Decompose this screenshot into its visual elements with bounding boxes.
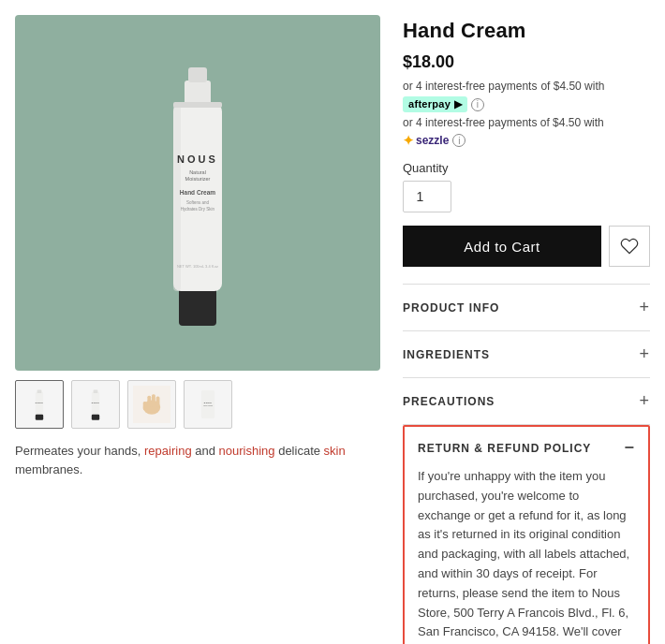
accordion-precautions-label: PRECAUTIONS <box>403 395 495 408</box>
svg-rect-2 <box>173 104 181 291</box>
accordion-precautions-header[interactable]: PRECAUTIONS + <box>403 378 650 424</box>
caption-highlight-nourishing: nourishing <box>219 444 275 458</box>
sezzle-badge: ✦ sezzle <box>403 133 449 148</box>
add-to-cart-button[interactable]: Add to Cart <box>403 226 601 267</box>
sezzle-text: or 4 interest-free payments of $4.50 wit… <box>403 116 604 129</box>
svg-text:Hand Cream: Hand Cream <box>180 189 216 196</box>
svg-text:NOUS: NOUS <box>177 154 218 165</box>
refund-content: If you're unhappy with the item you purc… <box>418 467 635 644</box>
caption-highlight-skin: skin <box>324 444 346 458</box>
afterpay-text1: or 4 interest-free payments <box>403 80 537 93</box>
thumbnail-4[interactable]: NOUS Hand Cream <box>184 380 232 429</box>
afterpay-badge: afterpay ▶ <box>403 96 467 112</box>
svg-rect-26 <box>156 397 160 408</box>
accordion-refund: RETURN & REFUND POLICY − If you're unhap… <box>403 424 650 644</box>
quantity-label: Quantity <box>403 161 650 175</box>
thumbnail-list: NOUS NOUS <box>15 380 380 429</box>
svg-text:NOUS: NOUS <box>36 402 43 403</box>
svg-text:Natural: Natural <box>189 169 206 175</box>
add-to-cart-row: Add to Cart <box>403 226 650 267</box>
svg-rect-14 <box>36 392 43 417</box>
refund-collapse-icon: − <box>624 438 635 458</box>
product-title: Hand Cream <box>403 19 650 43</box>
product-price: $18.00 <box>403 52 650 72</box>
sezzle-info: or 4 interest-free payments of $4.50 wit… <box>403 116 650 148</box>
right-column: Hand Cream $18.00 or 4 interest-free pay… <box>403 15 650 644</box>
svg-text:Moisturizer: Moisturizer <box>185 176 211 182</box>
accordion-ingredients-label: INGREDIENTS <box>403 348 490 361</box>
svg-rect-25 <box>152 394 155 407</box>
svg-text:NOUS: NOUS <box>204 402 212 403</box>
caption-highlight-repairing: repairing <box>144 444 192 458</box>
accordion-product-info-header[interactable]: PRODUCT INFO + <box>403 285 650 330</box>
svg-text:Softens and: Softens and <box>186 200 210 205</box>
accordion-ingredients: INGREDIENTS + <box>403 330 650 377</box>
thumbnail-1[interactable]: NOUS <box>15 380 64 429</box>
refund-section: RETURN & REFUND POLICY − If you're unhap… <box>403 425 650 644</box>
refund-label: RETURN & REFUND POLICY <box>418 442 591 455</box>
svg-rect-5 <box>173 102 222 108</box>
page-container: NOUS Natural Moisturizer Hand Cream Soft… <box>0 0 665 644</box>
svg-rect-4 <box>188 67 207 82</box>
wishlist-button[interactable] <box>609 226 650 267</box>
accordion-ingredients-header[interactable]: INGREDIENTS + <box>403 331 650 377</box>
thumbnail-2[interactable]: NOUS <box>71 380 120 429</box>
svg-text:Hydrates Dry Skin: Hydrates Dry Skin <box>181 207 215 212</box>
afterpay-info-icon[interactable]: i <box>471 98 484 111</box>
svg-rect-24 <box>147 396 151 407</box>
accordion-product-info: PRODUCT INFO + <box>403 284 650 330</box>
main-product-image: NOUS Natural Moisturizer Hand Cream Soft… <box>15 15 380 371</box>
left-column: NOUS Natural Moisturizer Hand Cream Soft… <box>15 15 380 644</box>
quantity-input[interactable] <box>403 181 451 212</box>
accordion-precautions-icon: + <box>639 391 650 411</box>
refund-text-part1: If you're unhappy with the item you purc… <box>418 469 629 644</box>
accordion-product-info-icon: + <box>639 298 650 317</box>
afterpay-info: or 4 interest-free payments of $4.50 wit… <box>403 80 650 112</box>
svg-rect-19 <box>94 389 98 393</box>
product-caption: Permeates your hands, repairing and nour… <box>15 442 380 478</box>
svg-rect-16 <box>36 415 43 420</box>
svg-rect-20 <box>92 415 99 420</box>
accordion-ingredients-icon: + <box>639 344 650 364</box>
sezzle-info-icon[interactable]: i <box>452 134 466 147</box>
refund-header[interactable]: RETURN & REFUND POLICY − <box>418 438 635 458</box>
svg-text:NET WT. 100mL 3.4 fl.oz: NET WT. 100mL 3.4 fl.oz <box>177 264 218 269</box>
thumbnail-3[interactable] <box>127 380 176 429</box>
svg-text:NOUS: NOUS <box>92 402 99 403</box>
svg-rect-18 <box>92 392 99 417</box>
svg-rect-15 <box>37 389 42 393</box>
afterpay-text2: of $4.50 with <box>540 80 604 93</box>
accordion-precautions: PRECAUTIONS + <box>403 377 650 424</box>
svg-rect-27 <box>143 402 147 410</box>
accordion-product-info-label: PRODUCT INFO <box>403 301 499 315</box>
svg-rect-0 <box>179 286 216 326</box>
svg-text:Hand Cream: Hand Cream <box>203 404 214 406</box>
